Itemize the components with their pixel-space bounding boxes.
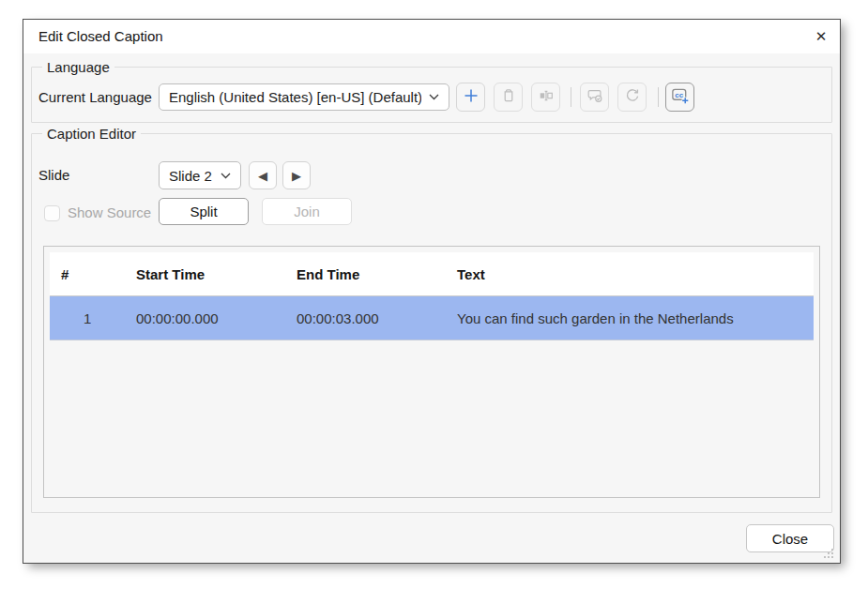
- split-button[interactable]: Split: [159, 198, 249, 225]
- toolbar-separator: [571, 87, 571, 107]
- rename-language-button[interactable]: [531, 83, 560, 112]
- toolbar-separator: [658, 87, 659, 107]
- resize-grip[interactable]: [823, 547, 834, 558]
- slide-label: Slide: [38, 166, 69, 185]
- caption-row[interactable]: 1 00:00:00.000 00:00:03.000 You can find…: [50, 296, 814, 340]
- show-source-label: Show Source: [68, 204, 151, 222]
- captions-table-header: # Start Time End Time Text: [50, 252, 814, 296]
- caption-text: You can find such garden in the Netherla…: [457, 310, 814, 326]
- column-header-end-time: End Time: [297, 266, 457, 282]
- rename-icon: [538, 87, 555, 108]
- language-select[interactable]: English (United States) [en-US] (Default…: [159, 83, 449, 111]
- show-source-checkbox[interactable]: [44, 205, 60, 221]
- close-icon[interactable]: ✕: [808, 23, 834, 50]
- join-button[interactable]: Join: [262, 198, 352, 225]
- slide-select[interactable]: Slide 2: [159, 161, 241, 189]
- desktop-background: Edit Closed Caption ✕ Language Current L…: [0, 0, 868, 589]
- split-button-label: Split: [190, 204, 217, 219]
- slide-select-value: Slide 2: [169, 168, 213, 184]
- current-language-label: Current Language: [38, 88, 152, 107]
- svg-text:cc: cc: [675, 91, 684, 99]
- dialog-title: Edit Closed Caption: [38, 27, 163, 46]
- refresh-captions-button[interactable]: [617, 83, 647, 112]
- join-button-label: Join: [294, 204, 320, 219]
- chevron-down-icon: [429, 94, 439, 100]
- column-header-start-time: Start Time: [136, 266, 297, 282]
- refresh-icon: [624, 87, 641, 108]
- previous-slide-button[interactable]: ◀: [249, 161, 277, 189]
- captions-table: # Start Time End Time Text 1 00:00:00.00…: [43, 246, 820, 498]
- caption-editor-group-label: Caption Editor: [42, 125, 141, 143]
- generate-captions-button[interactable]: cc: [665, 83, 694, 112]
- next-arrow-icon: ▶: [292, 169, 301, 183]
- caption-start-time: 00:00:00.000: [136, 310, 297, 326]
- plus-icon: [463, 87, 480, 108]
- column-header-text: Text: [457, 266, 814, 282]
- caption-number: 1: [50, 310, 136, 326]
- add-language-button[interactable]: [456, 83, 485, 112]
- trash-icon: [500, 87, 517, 108]
- close-button[interactable]: Close: [746, 524, 834, 552]
- bubble-check-icon: [586, 87, 604, 108]
- column-header-number: #: [50, 266, 136, 282]
- edit-closed-caption-dialog: Edit Closed Caption ✕ Language Current L…: [23, 19, 841, 564]
- close-x-glyph: ✕: [815, 28, 828, 45]
- cc-plus-icon: cc: [670, 85, 690, 109]
- next-slide-button[interactable]: ▶: [282, 161, 311, 189]
- language-select-value: English (United States) [en-US] (Default…: [169, 89, 421, 105]
- titlebar[interactable]: Edit Closed Caption ✕: [23, 20, 840, 53]
- caption-end-time: 00:00:03.000: [297, 310, 457, 326]
- language-group-label: Language: [42, 58, 114, 77]
- delete-language-button[interactable]: [494, 83, 523, 112]
- close-button-label: Close: [772, 531, 808, 547]
- prev-arrow-icon: ◀: [258, 169, 267, 183]
- chevron-down-icon: [221, 173, 231, 179]
- validate-captions-button[interactable]: [580, 83, 609, 112]
